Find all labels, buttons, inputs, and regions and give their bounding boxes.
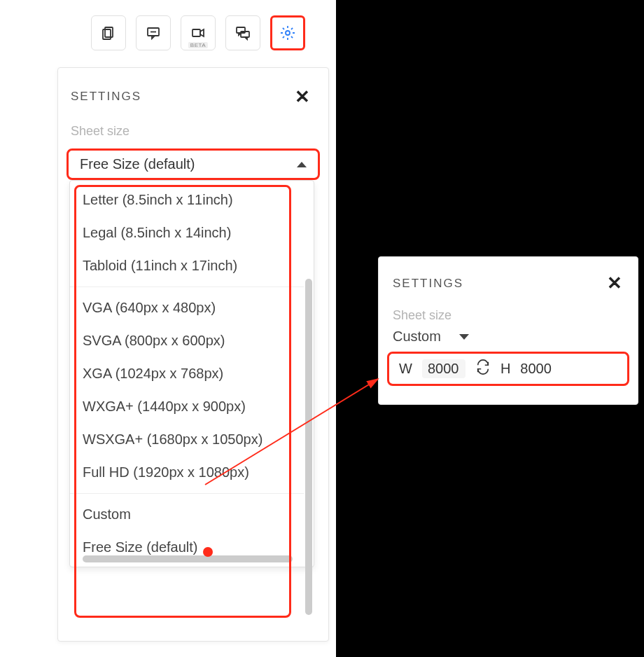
svg-rect-1: [103, 29, 111, 39]
option-xga[interactable]: XGA (1024px x 768px): [70, 357, 304, 390]
option-tabloid[interactable]: Tabloid (11inch x 17inch): [70, 249, 304, 282]
sheet-size-dropdown: Letter (8.5inch x 11inch) Legal (8.5inch…: [69, 180, 314, 567]
top-toolbar: BETA: [91, 15, 305, 50]
swap-icon[interactable]: [475, 359, 491, 378]
option-fullhd[interactable]: Full HD (1920px x 1080px): [70, 456, 304, 489]
height-label: H: [500, 361, 510, 377]
option-custom[interactable]: Custom: [70, 498, 304, 531]
caret-down-icon: [459, 334, 469, 340]
settings-panel: SETTINGS ✕ Sheet size Free Size (default…: [57, 67, 329, 642]
settings-button[interactable]: [270, 15, 305, 50]
sheet-size-select-right[interactable]: Custom: [379, 328, 638, 349]
option-legal[interactable]: Legal (8.5inch x 14inch): [70, 216, 304, 249]
panel-title-right: SETTINGS: [393, 277, 463, 291]
custom-dimensions-row: W 8000 H 8000: [387, 352, 629, 386]
dropdown-scrollbar-vertical[interactable]: [305, 279, 312, 615]
caret-up-icon: [297, 162, 307, 167]
settings-panel-custom: SETTINGS ✕ Sheet size Custom W 8000 H 80…: [378, 256, 638, 405]
sheet-size-select[interactable]: Free Size (default): [66, 148, 320, 180]
beta-badge: BETA: [188, 42, 208, 48]
option-svga[interactable]: SVGA (800px x 600px): [70, 324, 304, 357]
dropdown-scrollbar-horizontal[interactable]: [83, 555, 293, 562]
width-label: W: [399, 361, 412, 377]
sheet-size-selected-value: Free Size (default): [80, 156, 195, 172]
comment-button[interactable]: [136, 15, 171, 50]
pages-button[interactable]: [91, 15, 126, 50]
panel-title: SETTINGS: [71, 90, 141, 104]
option-wsxga[interactable]: WSXGA+ (1680px x 1050px): [70, 423, 304, 456]
option-letter[interactable]: Letter (8.5inch x 11inch): [70, 184, 304, 216]
divider: [70, 286, 304, 287]
sheet-size-selected-right: Custom: [393, 328, 441, 345]
annotation-dot: [203, 547, 213, 557]
svg-point-7: [286, 31, 290, 35]
svg-rect-0: [105, 27, 113, 37]
option-wxga[interactable]: WXGA+ (1440px x 900px): [70, 390, 304, 423]
sheet-size-label-right: Sheet size: [379, 297, 638, 328]
chat-button[interactable]: [225, 15, 260, 50]
divider: [70, 493, 304, 494]
close-icon-right[interactable]: ✕: [607, 272, 622, 294]
width-input[interactable]: 8000: [422, 359, 465, 378]
svg-rect-4: [192, 29, 200, 36]
video-button[interactable]: BETA: [181, 15, 216, 50]
option-vga[interactable]: VGA (640px x 480px): [70, 291, 304, 324]
height-value[interactable]: 8000: [520, 361, 552, 377]
sheet-size-label: Sheet size: [58, 111, 328, 144]
close-icon[interactable]: ✕: [295, 88, 310, 106]
